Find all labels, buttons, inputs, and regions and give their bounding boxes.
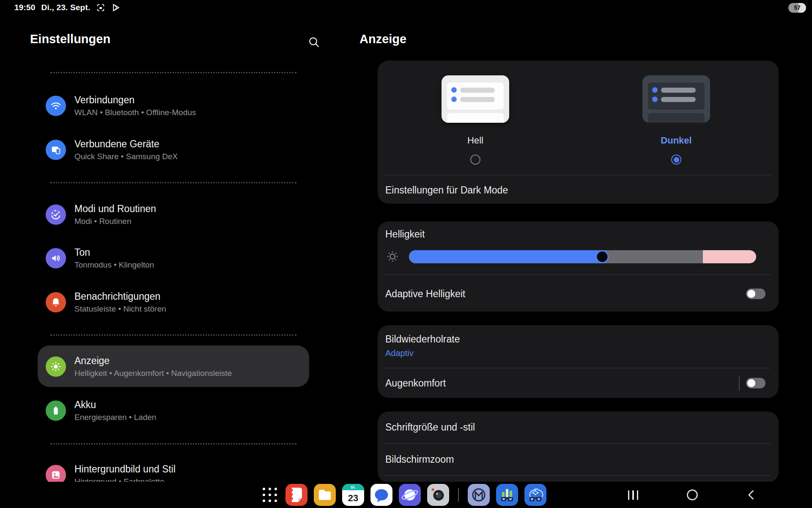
calendar-weekday: Di. (342, 484, 364, 490)
sidebar-item-ton[interactable]: Ton Tonmodus • Klingelton (46, 239, 299, 277)
dark-mode-settings-row[interactable]: Einstellungen für Dark Mode (378, 175, 779, 204)
eye-comfort-row[interactable]: Augenkomfort (378, 368, 779, 398)
item-sublabel: Statusleiste • Nicht stören (74, 305, 166, 314)
item-label: Anzeige (74, 355, 232, 366)
item-label: Ton (74, 247, 154, 258)
calendar-icon[interactable]: Di. 23 (342, 484, 364, 506)
calendar-day: 23 (342, 490, 364, 506)
connected-devices-icon (46, 140, 66, 160)
refresh-rate-label: Bildwiederholrate (385, 334, 460, 345)
adaptive-brightness-toggle[interactable] (746, 289, 765, 299)
dark-mode-settings-label: Einstellungen für Dark Mode (385, 185, 508, 196)
taskbar: Di. 23 (0, 482, 812, 508)
sidebar-item-verbindungen[interactable]: Verbindungen WLAN • Bluetooth • Offline-… (46, 87, 299, 125)
settings-screen: 19:50 Di., 23. Sept. 57 Einstellungen (0, 0, 812, 508)
dock-separator (458, 488, 459, 502)
group-divider (50, 72, 296, 73)
item-sublabel: Tonmodus • Klingelton (74, 261, 154, 270)
samsung-internet-icon[interactable] (399, 484, 421, 506)
brightness-label: Helligkeit (385, 229, 425, 240)
sidebar-title: Einstellungen (30, 32, 110, 46)
brightness-fill (409, 250, 602, 263)
group-divider (50, 334, 296, 336)
recent-app-bar-chart-glasses-icon[interactable] (496, 484, 518, 506)
recents-icon (628, 490, 639, 500)
adaptive-brightness-row[interactable]: Adaptive Helligkeit (378, 274, 779, 312)
wallpaper-icon (46, 465, 66, 483)
recent-app-circle-m-icon[interactable] (468, 484, 490, 506)
item-label: Akku (74, 399, 156, 410)
font-size-row[interactable]: Schriftgröße und -stil (378, 411, 779, 443)
refresh-rate-value: Adaptiv (385, 348, 414, 358)
sidebar-item-benachrichtigungen[interactable]: Benachrichtigungen Statusleiste • Nicht … (46, 283, 299, 321)
theme-card: Hell Dunkel Einstellungen für Dark Mode (378, 61, 779, 204)
group-divider (50, 182, 296, 183)
wifi-icon (46, 96, 66, 116)
display-sun-icon (46, 356, 66, 377)
sidebar-item-verbundene-geraete[interactable]: Verbundene Geräte Quick Share • Samsung … (46, 131, 299, 169)
item-sublabel: Modi • Routinen (74, 217, 156, 226)
theme-option-hell[interactable]: Hell (429, 61, 522, 175)
search-icon (307, 36, 320, 48)
font-size-label: Schriftgröße und -stil (385, 422, 475, 433)
dark-mode-preview (642, 75, 710, 123)
eye-comfort-toggle[interactable] (746, 378, 765, 389)
samsung-notes-icon[interactable] (285, 484, 307, 506)
brightness-sun-icon (387, 251, 398, 262)
screen-zoom-label: Bildschirmzoom (385, 454, 454, 465)
page-title: Anzeige (359, 32, 406, 46)
group-divider (50, 443, 296, 444)
sidebar-item-hintergrundbild-und-stil[interactable]: Hintergrundbild und Stil Hintergrund • F… (46, 456, 299, 483)
battery-indicator: 57 (788, 3, 806, 13)
search-button[interactable] (307, 36, 320, 48)
item-label: Modi und Routinen (74, 203, 156, 214)
home-button[interactable] (683, 486, 702, 504)
refresh-eye-card: Bildwiederholrate Adaptiv Augenkomfort (378, 325, 779, 398)
item-sublabel: Energiesparen • Laden (74, 413, 156, 422)
sidebar-item-anzeige[interactable]: Anzeige Helligkeit • Augenkomfort • Navi… (46, 348, 299, 386)
card-divider (384, 475, 771, 476)
item-label: Benachrichtigungen (74, 291, 166, 302)
adaptive-brightness-label: Adaptive Helligkeit (385, 288, 465, 300)
brightness-warm-zone (703, 250, 756, 263)
item-label: Verbundene Geräte (74, 138, 178, 149)
brightness-slider-thumb[interactable] (596, 250, 609, 263)
dark-mode-radio[interactable] (671, 155, 681, 165)
theme-option-dunkel[interactable]: Dunkel (630, 61, 723, 175)
apps-grid-button[interactable] (261, 486, 279, 504)
back-icon (746, 489, 757, 501)
modes-routines-icon (46, 204, 66, 225)
screen-zoom-row[interactable]: Bildschirmzoom (378, 443, 779, 475)
settings-sidebar: Einstellungen Verbindungen WLAN • Blueto… (0, 0, 343, 483)
home-icon (686, 489, 699, 501)
my-files-icon[interactable] (314, 484, 336, 506)
light-mode-radio[interactable] (470, 155, 480, 165)
item-label: Hintergrundbild und Stil (74, 464, 176, 475)
light-mode-label: Hell (429, 135, 522, 146)
sidebar-item-akku[interactable]: Akku Energiesparen • Laden (46, 392, 299, 430)
messages-icon[interactable] (370, 484, 392, 506)
item-label: Verbindungen (74, 94, 196, 105)
camera-icon[interactable] (427, 484, 449, 506)
item-sublabel: Quick Share • Samsung DeX (74, 152, 178, 161)
battery-percent: 57 (794, 4, 801, 11)
recents-button[interactable] (624, 486, 642, 504)
font-zoom-card: Schriftgröße und -stil Bildschirmzoom (378, 411, 779, 483)
light-mode-preview (442, 75, 509, 123)
row-separator (739, 375, 740, 391)
recent-app-brain-glasses-icon[interactable] (524, 484, 546, 506)
item-sublabel: WLAN • Bluetooth • Offline-Modus (74, 108, 196, 117)
item-sublabel: Helligkeit • Augenkomfort • Navigationsl… (74, 369, 232, 378)
dark-mode-label: Dunkel (630, 135, 723, 146)
back-button[interactable] (742, 486, 761, 504)
notifications-bell-icon (46, 292, 66, 312)
eye-comfort-label: Augenkomfort (385, 378, 446, 389)
sidebar-item-modi-und-routinen[interactable]: Modi und Routinen Modi • Routinen (46, 196, 299, 234)
sound-icon (46, 248, 66, 268)
refresh-rate-row[interactable]: Bildwiederholrate Adaptiv (378, 325, 779, 368)
brightness-slider[interactable] (409, 250, 756, 263)
battery-icon (46, 400, 66, 421)
brightness-card: Helligkeit Adaptive Helligkeit (378, 221, 779, 312)
